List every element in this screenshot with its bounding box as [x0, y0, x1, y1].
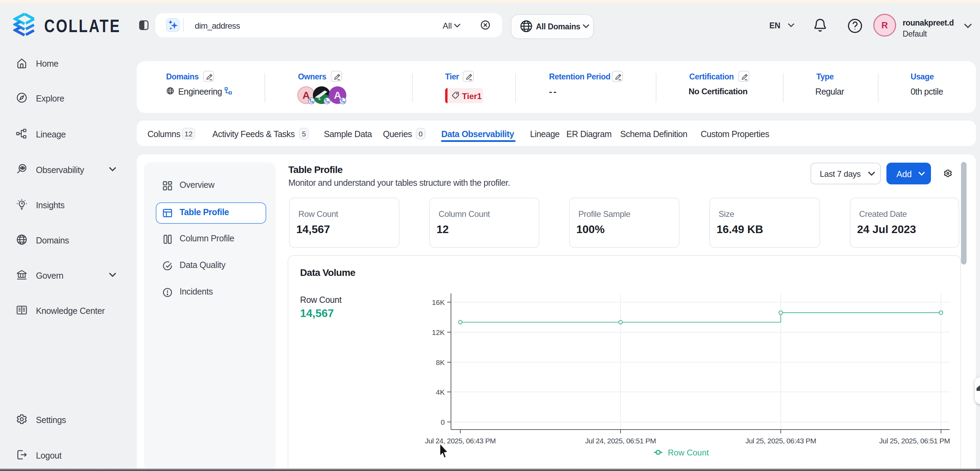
svg-text:12K: 12K	[432, 328, 445, 336]
svg-text:Jul 24, 2025, 06:43 PM: Jul 24, 2025, 06:43 PM	[425, 437, 496, 445]
svg-text:0: 0	[441, 418, 445, 426]
svg-text:8K: 8K	[436, 358, 445, 366]
svg-text:Jul 24, 2025, 06:51 PM: Jul 24, 2025, 06:51 PM	[585, 437, 656, 445]
svg-text:Jul 25, 2025, 06:51 PM: Jul 25, 2025, 06:51 PM	[879, 437, 950, 445]
svg-text:4K: 4K	[436, 388, 445, 396]
svg-text:16K: 16K	[432, 298, 445, 306]
svg-text:Row Count: Row Count	[668, 448, 709, 457]
svg-text:Jul 25, 2025, 06:43 PM: Jul 25, 2025, 06:43 PM	[746, 437, 816, 445]
